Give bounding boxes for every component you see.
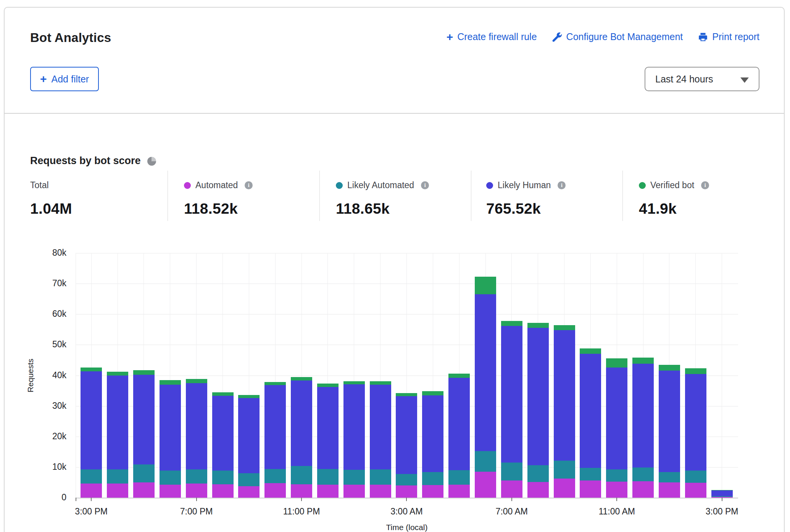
segment-likely-automated [448,470,470,485]
legend-value-verified-bot: 41.9k [639,200,677,217]
stat-divider [319,171,320,221]
info-icon[interactable]: i [701,181,709,189]
section-title-text: Requests by bot score [30,155,141,167]
segment-likely-human [343,384,365,470]
segment-verified-bot [606,358,627,367]
legend-value-automated: 118.52k [184,200,238,217]
chevron-down-icon [740,77,749,83]
segment-likely-human [264,385,286,469]
x-axis-tick-label: 11:00 PM [271,506,332,517]
segment-automated [343,485,365,498]
bar-800am[interactable] [527,323,549,498]
bar-900pm[interactable] [238,395,260,498]
bar-900am[interactable] [554,325,575,498]
segment-likely-human [238,398,260,473]
stat-divider [622,171,623,221]
info-icon[interactable]: i [558,181,566,189]
bar-700pm[interactable] [186,379,207,498]
legend-value-likely-automated: 118.65k [336,200,390,217]
segment-automated [160,485,181,498]
segment-likely-human [632,364,654,468]
bar-1200pm[interactable] [632,358,654,498]
add-filter-button[interactable]: + Add filter [30,67,99,91]
segment-verified-bot [81,368,102,371]
segment-verified-bot [212,392,234,396]
legend-item-verified-bot[interactable]: Verified boti [639,180,709,190]
bar-200pm[interactable] [685,368,706,498]
segment-likely-automated [370,469,391,484]
segment-likely-automated [659,472,680,482]
print-report-link[interactable]: Print report [698,31,759,42]
x-axis-tick [511,498,512,501]
segment-likely-human [186,383,207,469]
bar-1000am[interactable] [580,348,601,498]
segment-verified-bot [554,325,575,330]
bot-analytics-card: Bot Analytics + Create firewall rule Con… [4,7,785,532]
axis-origin-tick [76,498,76,501]
segment-likely-automated [527,465,549,482]
x-axis-tick-label: 11:00 AM [586,506,647,517]
x-axis-tick [301,498,302,501]
bar-1100am[interactable] [606,359,627,498]
info-icon[interactable]: i [245,181,253,189]
bar-600am[interactable] [475,277,496,498]
bar-600pm[interactable] [160,380,181,498]
bar-1200am[interactable] [317,384,339,498]
segment-likely-automated [632,468,654,481]
bot-analytics-screen: Bot Analytics + Create firewall rule Con… [0,0,790,532]
segment-likely-human [212,396,234,470]
x-axis-tick [616,498,617,501]
legend-value-likely-human: 765.52k [486,200,541,217]
time-range-select[interactable]: Last 24 hours [645,67,759,91]
create-firewall-rule-link[interactable]: + Create firewall rule [447,31,537,42]
bar-400am[interactable] [422,391,443,498]
printer-icon [698,32,708,42]
bar-100am[interactable] [343,381,365,498]
segment-verified-bot [475,277,496,294]
bar-100pm[interactable] [659,365,680,498]
legend-item-likely-human[interactable]: Likely Humani [486,180,566,190]
segment-likely-automated [501,463,522,480]
bar-200am[interactable] [370,381,391,498]
plus-icon: + [447,33,453,41]
segment-automated [422,485,443,498]
bar-1000pm[interactable] [264,382,286,498]
segment-likely-automated [580,468,601,480]
configure-bot-management-link[interactable]: Configure Bot Management [552,31,683,42]
segment-automated [107,484,128,498]
bar-1100pm[interactable] [291,377,312,498]
bar-800pm[interactable] [212,392,234,498]
bar-700am[interactable] [501,321,522,498]
info-icon[interactable]: i [421,181,429,189]
segment-automated [448,485,470,498]
segment-likely-automated [160,471,181,485]
segment-verified-bot [527,323,549,328]
segment-automated [396,485,417,498]
bar-500pm[interactable] [133,370,155,498]
x-axis-tick-label: 7:00 AM [481,506,542,517]
segment-likely-human [317,387,339,469]
segment-likely-automated [343,470,365,485]
segment-verified-bot [264,382,286,385]
legend-item-likely-automated[interactable]: Likely Automatedi [336,180,429,190]
bar-300pm[interactable] [711,490,733,498]
y-axis-tick-label: 20k [24,431,66,442]
bar-400pm[interactable] [107,372,128,498]
legend-item-automated[interactable]: Automatedi [184,180,253,190]
segment-likely-automated [133,464,155,482]
segment-automated [501,480,522,498]
x-axis-tick-label: 3:00 PM [61,506,122,517]
segment-likely-human [659,371,680,472]
segment-likely-human [475,294,496,451]
x-axis-tick [406,498,407,501]
segment-likely-human [711,490,733,496]
segment-automated [264,483,286,498]
segment-likely-automated [264,469,286,484]
bar-300pm[interactable] [81,368,102,498]
bar-500am[interactable] [448,374,470,498]
segment-automated [212,484,234,498]
segment-likely-automated [212,471,234,484]
wrench-icon [552,32,562,42]
plus-icon: + [40,74,47,84]
bar-300am[interactable] [396,393,417,498]
